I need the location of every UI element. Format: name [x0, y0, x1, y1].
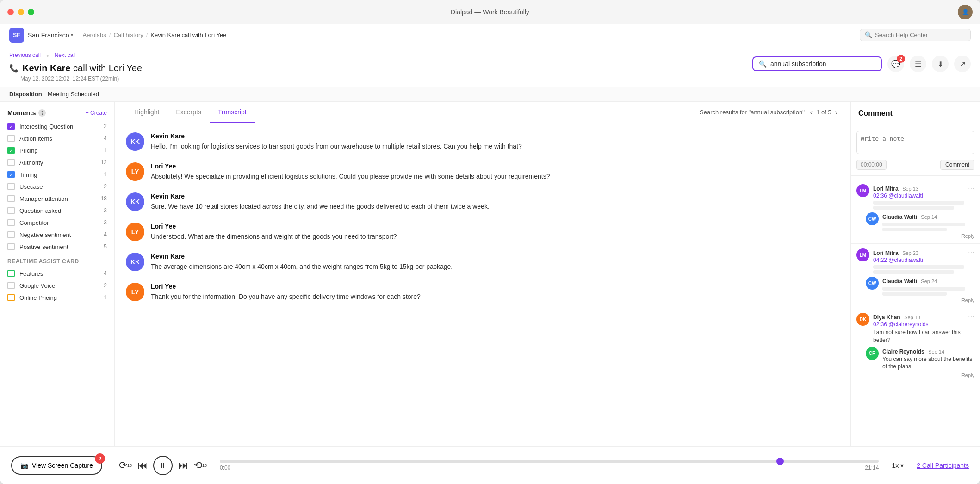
minimize-button[interactable] [18, 9, 24, 15]
moment-checkbox[interactable]: ✓ [7, 171, 15, 178]
moment-item[interactable]: Manager attention 18 [0, 192, 114, 205]
breadcrumb: Aerolabs / Call history / Kevin Kare cal… [82, 31, 226, 38]
comment-textarea[interactable] [856, 131, 974, 154]
realtime-checkbox[interactable] [7, 270, 15, 277]
search-total: 5 [828, 109, 831, 116]
realtime-item[interactable]: Google Voice 2 [0, 279, 114, 292]
fullscreen-button[interactable] [28, 9, 34, 15]
reply-button[interactable]: Reply [856, 372, 974, 378]
moments-help-icon[interactable]: ? [38, 109, 46, 117]
notifications-button[interactable]: 💬 2 [887, 56, 904, 72]
search-result-text: Search results for "annual subscription" [700, 109, 805, 116]
org-name: San Francisco [28, 31, 69, 39]
transcript-search-box[interactable]: 🔍 [752, 56, 882, 71]
realtime-item[interactable]: Online Pricing 1 [0, 292, 114, 304]
moment-item[interactable]: Positive sentiment 5 [0, 241, 114, 253]
moment-item[interactable]: Action items 4 [0, 132, 114, 144]
realtime-item[interactable]: Features 4 [0, 267, 114, 279]
org-dropdown-icon[interactable]: ▾ [71, 32, 73, 37]
moment-checkbox[interactable]: ✓ [7, 147, 15, 154]
moment-checkbox[interactable] [7, 231, 15, 238]
moment-item[interactable]: Authority 12 [0, 156, 114, 168]
comment-thread-msg: LM Lori Mitra Sep 23 ⋯ 04:22 @claudiawal… [856, 248, 974, 274]
progress-thumb[interactable] [776, 458, 784, 465]
moment-item[interactable]: ✓ Timing 1 [0, 168, 114, 180]
comment-avatar: LM [856, 184, 869, 197]
user-avatar[interactable]: 👤 [958, 5, 973, 19]
moment-checkbox[interactable] [7, 135, 15, 142]
comment-timestamp-link[interactable]: 02:36 @claudiawalti [873, 192, 974, 199]
comment-submit-button[interactable]: Comment [940, 160, 974, 170]
moments-section-header: Moments ? + Create [0, 109, 114, 120]
main-content: Moments ? + Create ✓ Interesting Questio… [0, 102, 980, 446]
progress-bar[interactable] [220, 460, 879, 463]
realtime-checkbox[interactable] [7, 294, 15, 301]
moment-label: Usecase [19, 183, 104, 190]
close-button[interactable] [7, 9, 14, 15]
share-button[interactable]: ↗ [954, 56, 971, 72]
breadcrumb-org[interactable]: Aerolabs [82, 31, 106, 38]
moment-checkbox[interactable] [7, 243, 15, 250]
titlebar: Dialpad — Work Beautifully 👤 [0, 0, 980, 24]
comment-more-icon[interactable]: ⋯ [968, 185, 974, 192]
reply-button[interactable]: Reply [856, 298, 974, 303]
reply-avatar: CW [866, 277, 879, 290]
progress-container: 0:00 21:14 [220, 460, 879, 471]
org-badge: SF [9, 28, 24, 43]
comment-meta: Lori Mitra Sep 23 ⋯ 04:22 @claudiawalti [873, 248, 974, 274]
comment-timestamp-link[interactable]: 04:22 @claudiawalti [873, 257, 974, 263]
window-title: Dialpad — Work Beautifully [451, 8, 529, 16]
moment-checkbox[interactable] [7, 195, 15, 202]
tab-excerpts[interactable]: Excerpts [167, 102, 209, 123]
help-search-input[interactable] [875, 31, 966, 38]
tab-transcript[interactable]: Transcript [210, 102, 255, 123]
skip-back-button[interactable]: ⏮ [137, 459, 148, 472]
reply-button[interactable]: Reply [856, 233, 974, 239]
screen-capture-button[interactable]: 📷 View Screen Capture 2 [11, 456, 102, 475]
comment-date: Sep 13 [904, 315, 920, 320]
moment-count: 3 [104, 219, 107, 226]
comment-more-icon[interactable]: ⋯ [968, 313, 974, 321]
pause-button[interactable]: ⏸ [153, 456, 173, 475]
participants-button[interactable]: 2 Call Participants [917, 462, 969, 469]
previous-call-link[interactable]: Previous call [9, 52, 41, 60]
moment-item[interactable]: ✓ Pricing 1 [0, 144, 114, 156]
comment-more-icon[interactable]: ⋯ [968, 249, 974, 256]
realtime-checkbox[interactable] [7, 282, 15, 289]
transcript-search-input[interactable] [770, 60, 875, 68]
speed-button[interactable]: 1x ▾ [892, 462, 904, 469]
moment-checkbox[interactable] [7, 183, 15, 190]
realtime-assist-title: Realtime assist card [0, 253, 114, 267]
moment-checkbox[interactable] [7, 207, 15, 214]
disposition-label: Disposition: [9, 91, 44, 98]
message-group: KK Kevin Kare The average dimensions are… [126, 253, 839, 272]
search-prev-button[interactable]: ‹ [808, 107, 814, 118]
moment-checkbox[interactable] [7, 159, 15, 166]
realtime-count: 2 [104, 282, 107, 289]
moment-checkbox[interactable]: ✓ [7, 123, 15, 130]
moment-count: 5 [104, 243, 107, 250]
forward-15-button[interactable]: ⟲15 [194, 459, 207, 472]
list-icon-button[interactable]: ☰ [910, 56, 926, 72]
moment-checkbox[interactable] [7, 219, 15, 226]
moment-item[interactable]: Usecase 2 [0, 180, 114, 192]
comment-timestamp-link[interactable]: 02:36 @clairereynolds [873, 321, 974, 328]
message-text: Understood. What are the dimensions and … [151, 232, 397, 242]
moment-item[interactable]: Question asked 3 [0, 205, 114, 217]
tab-highlight[interactable]: Highlight [126, 102, 167, 123]
skip-forward-button[interactable]: ⏭ [178, 459, 188, 472]
download-button[interactable]: ⬇ [932, 56, 949, 72]
speaker-avatar: LY [126, 223, 144, 241]
help-search-box[interactable]: 🔍 [860, 29, 971, 41]
create-moment-button[interactable]: + Create [86, 110, 107, 116]
comment-input-area: 00:00:00 Comment [851, 125, 980, 176]
rewind-15-button[interactable]: ⟳15 [119, 459, 132, 472]
moment-item[interactable]: Negative sentiment 4 [0, 229, 114, 241]
reply-date: Sep 24 [921, 279, 937, 284]
moment-item[interactable]: ✓ Interesting Question 2 [0, 120, 114, 132]
search-next-button[interactable]: › [833, 107, 839, 118]
next-call-link[interactable]: Next call [55, 52, 76, 60]
moment-item[interactable]: Competitor 3 [0, 217, 114, 229]
comment-thread: LM Lori Mitra Sep 23 ⋯ 04:22 @claudiawal… [851, 244, 980, 308]
breadcrumb-section[interactable]: Call history [113, 31, 143, 38]
